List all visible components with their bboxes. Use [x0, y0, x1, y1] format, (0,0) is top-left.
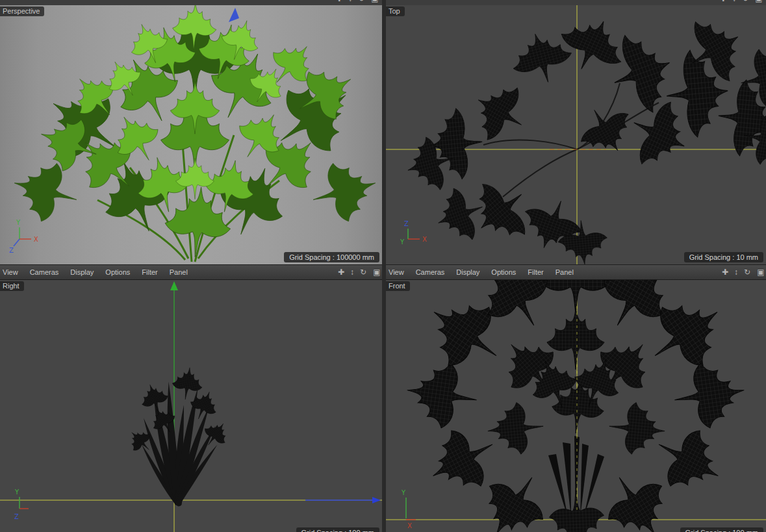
menu-filter[interactable]: Filter [522, 266, 549, 278]
right-canvas[interactable]: Y Z [0, 280, 382, 532]
menu-view[interactable]: View [0, 266, 24, 278]
perspective-canvas[interactable]: Y X Z [0, 5, 382, 264]
grid-spacing-label: Grid Spacing : 100 mm [680, 527, 764, 532]
menu-filter[interactable]: Filter [136, 266, 163, 278]
axis-gizmo[interactable]: Z Y X [400, 220, 427, 246]
axis-label-x: X [407, 522, 412, 529]
axis-label-y: Y [14, 488, 19, 496]
menu-view[interactable]: View [386, 266, 410, 278]
axis-gizmo[interactable]: Y X [401, 489, 416, 529]
z-axis-arrow [305, 497, 381, 503]
zoom-icon[interactable]: ↕ [347, 266, 357, 279]
axis-label-y: Y [401, 489, 406, 496]
viewport-front[interactable]: Y X Front Grid Spacing : 100 mm [386, 280, 766, 532]
menubar-front-viewport: View Cameras Display Options Filter Pane… [386, 264, 766, 280]
menubar-right-viewport: View Cameras Display Options Filter Pane… [0, 264, 382, 280]
grid-spacing-label: Grid Spacing : 100000 mm [284, 252, 379, 262]
grid-spacing-label: Grid Spacing : 100 mm [296, 527, 380, 532]
wireframe-foliage [403, 280, 749, 532]
grid-spacing-label: Grid Spacing : 10 mm [684, 252, 763, 262]
pan-icon[interactable]: ✚ [336, 266, 346, 279]
axis-label-x: X [422, 236, 427, 243]
menu-display[interactable]: Display [450, 266, 485, 278]
viewport-perspective[interactable]: Y X Z Perspective Grid Spacing : 100000 … [0, 5, 382, 264]
zoom-icon[interactable]: ↕ [731, 266, 741, 279]
maximize-icon[interactable]: ▣ [372, 266, 382, 279]
maximize-icon[interactable]: ▣ [756, 266, 766, 279]
axis-gizmo[interactable]: Y Z [14, 488, 29, 520]
axis-label-z: Z [14, 513, 19, 520]
viewport-label-perspective: Perspective [0, 6, 44, 16]
menu-cameras[interactable]: Cameras [24, 266, 65, 278]
front-canvas[interactable]: Y X [386, 280, 766, 532]
viewport-label-top: Top [386, 6, 405, 16]
menu-panel[interactable]: Panel [550, 266, 580, 278]
menu-display[interactable]: Display [64, 266, 99, 278]
viewport-label-right: Right [0, 281, 24, 291]
rotate-icon[interactable]: ↻ [358, 266, 368, 279]
rotate-icon[interactable]: ↻ [356, 0, 366, 5]
menu-options[interactable]: Options [485, 266, 522, 278]
axis-label-z: Z [9, 247, 14, 254]
pan-icon[interactable]: ✚ [720, 266, 730, 279]
zoom-icon[interactable]: ↕ [729, 0, 739, 5]
top-canvas[interactable]: Z Y X [386, 5, 766, 264]
maximize-icon[interactable]: ▣ [754, 0, 764, 5]
menu-options[interactable]: Options [99, 266, 136, 278]
plant-foliage [6, 5, 382, 260]
viewport-right[interactable]: Y Z Right Grid Spacing : 100 mm [0, 280, 382, 532]
pan-icon[interactable]: ✚ [718, 0, 728, 5]
rotate-icon[interactable]: ↻ [742, 266, 752, 279]
quad-viewport-app: ✚ ↕ ↻ ▣ ✚ ↕ ↻ ▣ [0, 0, 766, 532]
viewport-label-front: Front [386, 281, 410, 291]
menu-panel[interactable]: Panel [164, 266, 194, 278]
axis-label-x: X [34, 236, 38, 243]
viewport-top[interactable]: Z Y X Top Grid Spacing : 10 mm [386, 5, 766, 264]
axis-arrow-blue [229, 8, 239, 22]
rotate-icon[interactable]: ↻ [740, 0, 750, 5]
axis-label-y: Y [16, 219, 21, 226]
maximize-icon[interactable]: ▣ [370, 0, 380, 5]
axis-gizmo[interactable]: Y X Z [9, 219, 38, 254]
menu-cameras[interactable]: Cameras [410, 266, 451, 278]
wireframe-foliage [401, 7, 766, 264]
axis-label-y: Y [400, 238, 405, 246]
pan-icon[interactable]: ✚ [334, 0, 344, 5]
zoom-icon[interactable]: ↕ [345, 0, 355, 5]
axis-label-z: Z [404, 220, 409, 227]
